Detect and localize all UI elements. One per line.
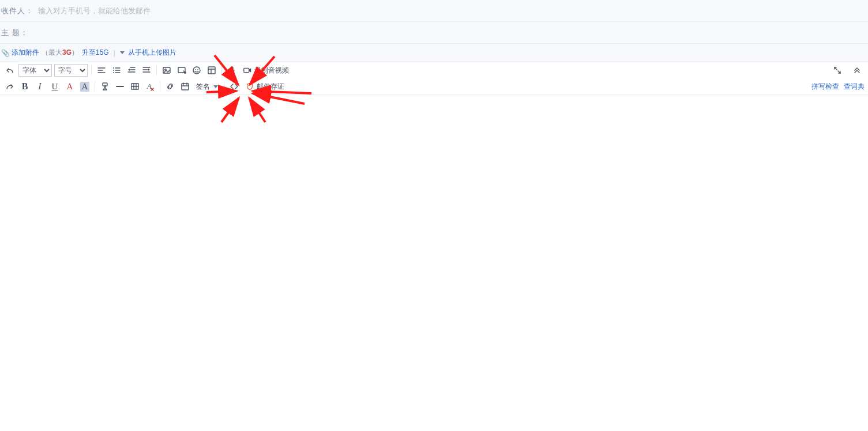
microphone-button[interactable] bbox=[224, 63, 239, 77]
emoji-button[interactable] bbox=[189, 63, 204, 77]
hr-button[interactable] bbox=[112, 80, 127, 93]
outdent-icon bbox=[126, 65, 137, 75]
dictionary-link[interactable]: 查词典 bbox=[844, 82, 865, 92]
separator bbox=[156, 65, 157, 75]
date-button[interactable] bbox=[178, 80, 193, 93]
fullscreen-icon bbox=[832, 65, 843, 75]
toolbar-row-2: B I U A A A bbox=[0, 78, 868, 94]
recipient-input[interactable] bbox=[38, 0, 868, 21]
caret-down-icon bbox=[213, 85, 218, 88]
undo-icon bbox=[5, 65, 15, 75]
recipient-row: 收件人： bbox=[0, 0, 868, 22]
redo-button[interactable] bbox=[2, 80, 17, 93]
table-button[interactable] bbox=[127, 80, 142, 93]
clear-format-icon: A bbox=[145, 81, 155, 92]
list-button[interactable] bbox=[109, 63, 124, 77]
subject-row: 主 题： bbox=[0, 22, 868, 44]
recipient-label: 收件人： bbox=[0, 6, 38, 16]
svg-rect-40 bbox=[182, 84, 189, 90]
indent-button[interactable] bbox=[139, 63, 154, 77]
svg-text:A: A bbox=[146, 82, 152, 90]
font-size-select[interactable]: 字号 bbox=[54, 64, 88, 77]
add-attachment-link[interactable]: 添加附件 bbox=[12, 48, 39, 58]
microphone-icon bbox=[227, 65, 237, 75]
svg-point-4 bbox=[113, 70, 114, 71]
toolbar-row-1: 字体 字号 bbox=[0, 62, 868, 78]
bg-color-button[interactable]: A bbox=[77, 80, 92, 93]
clear-format-button[interactable]: A bbox=[142, 80, 157, 93]
separator bbox=[160, 81, 160, 92]
link-icon bbox=[165, 81, 175, 92]
signature-button[interactable]: 签名 bbox=[193, 80, 221, 93]
font-color-button[interactable]: A bbox=[62, 80, 77, 93]
separator bbox=[95, 81, 95, 92]
insert-image-button[interactable] bbox=[159, 63, 174, 77]
screenshot-button[interactable] bbox=[174, 63, 189, 77]
svg-point-19 bbox=[193, 67, 200, 74]
format-brush-button[interactable] bbox=[97, 80, 112, 93]
paperclip-icon: 📎 bbox=[1, 49, 10, 57]
notarize-button[interactable]: 邮件存证 bbox=[242, 80, 288, 93]
align-left-icon bbox=[96, 65, 107, 75]
bg-color-icon: A bbox=[80, 82, 90, 92]
spellcheck-link[interactable]: 拼写检查 bbox=[811, 82, 839, 92]
shield-icon bbox=[245, 82, 254, 91]
record-av-button[interactable]: 录制音视频 bbox=[239, 63, 292, 77]
link-button[interactable] bbox=[163, 80, 178, 93]
italic-button[interactable]: I bbox=[32, 80, 47, 93]
redo-icon bbox=[5, 81, 15, 92]
image-icon bbox=[161, 65, 172, 75]
svg-point-3 bbox=[113, 67, 114, 69]
fullscreen-button[interactable] bbox=[830, 63, 845, 77]
camera-icon bbox=[243, 66, 252, 75]
emoji-icon bbox=[191, 65, 202, 75]
list-icon bbox=[111, 65, 122, 75]
template-button[interactable] bbox=[204, 63, 219, 77]
code-icon bbox=[229, 81, 239, 92]
hr-icon bbox=[115, 81, 125, 92]
subject-label: 主 题： bbox=[0, 28, 33, 38]
upload-from-phone-link[interactable]: 从手机上传图片 bbox=[128, 48, 176, 58]
font-color-icon: A bbox=[67, 82, 73, 92]
attachment-max-label: （最大3G） bbox=[42, 48, 78, 58]
undo-button[interactable] bbox=[2, 63, 17, 77]
italic-icon: I bbox=[38, 81, 41, 92]
table-icon bbox=[130, 81, 140, 92]
underline-icon: U bbox=[52, 82, 58, 92]
svg-rect-31 bbox=[103, 83, 107, 86]
outdent-button[interactable] bbox=[124, 63, 139, 77]
separator bbox=[91, 65, 92, 75]
attachment-row: 📎 添加附件 （最大3G） 升至15G | 从手机上传图片 bbox=[0, 44, 868, 62]
format-brush-icon bbox=[100, 81, 110, 92]
screenshot-icon bbox=[176, 65, 187, 75]
svg-point-21 bbox=[197, 69, 198, 70]
collapse-button[interactable] bbox=[850, 63, 865, 77]
bold-button[interactable]: B bbox=[17, 80, 32, 93]
indent-icon bbox=[141, 65, 152, 75]
svg-point-20 bbox=[195, 69, 196, 70]
separator bbox=[221, 65, 222, 75]
upgrade-size-link[interactable]: 升至15G bbox=[82, 48, 109, 58]
code-button[interactable] bbox=[227, 80, 242, 93]
font-family-select[interactable]: 字体 bbox=[18, 64, 52, 77]
svg-rect-25 bbox=[231, 67, 233, 71]
bold-icon: B bbox=[22, 81, 28, 92]
align-left-button[interactable] bbox=[94, 63, 109, 77]
chevron-double-up-icon bbox=[852, 65, 862, 75]
subject-input[interactable] bbox=[33, 22, 868, 43]
toolbar-row1-right bbox=[830, 63, 865, 77]
svg-rect-27 bbox=[244, 68, 249, 72]
caret-down-icon[interactable] bbox=[120, 51, 125, 54]
separator bbox=[224, 81, 224, 92]
calendar-icon bbox=[180, 81, 190, 92]
svg-rect-22 bbox=[208, 67, 215, 74]
editor-body[interactable] bbox=[0, 95, 868, 424]
vertical-separator: | bbox=[114, 49, 115, 57]
editor-wrap: 字体 字号 bbox=[0, 62, 868, 424]
template-icon bbox=[206, 65, 217, 75]
underline-button[interactable]: U bbox=[47, 80, 62, 93]
editor-toolbar: 字体 字号 bbox=[0, 62, 868, 95]
toolbar-row2-right: 拼写检查 查词典 bbox=[811, 82, 865, 92]
svg-point-5 bbox=[113, 72, 114, 73]
